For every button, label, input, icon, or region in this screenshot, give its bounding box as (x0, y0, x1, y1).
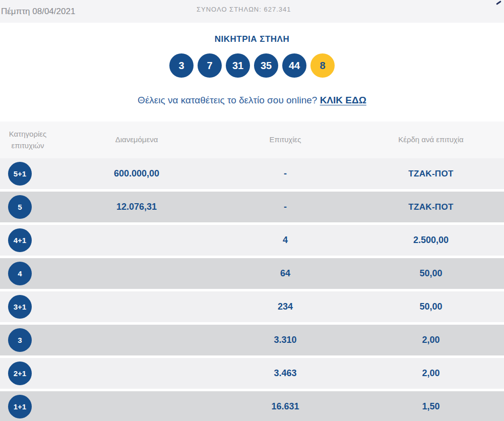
winning-column-title: ΝΙΚΗΤΡΙΑ ΣΤΗΛΗ (0, 34, 504, 44)
prize-cell: ΤΖΑΚ-ΠΟΤ (358, 202, 504, 212)
category-badge: 3 (8, 328, 32, 352)
winners-cell: 234 (213, 302, 358, 312)
prize-cell: 50,00 (358, 302, 504, 312)
category-badge: 1+1 (8, 395, 32, 418)
header-winners: Επιτυχίες (213, 134, 358, 146)
click-here-link[interactable]: ΚΛΙΚ ΕΔΩ (320, 95, 366, 105)
header-distributed: Διανεμόμενα (60, 134, 213, 146)
table-row: 5+1 600.000,00 - ΤΖΑΚ-ΠΟΤ (0, 158, 504, 189)
winners-cell: 3.463 (213, 368, 358, 379)
prize-cell: 1,50 (358, 401, 504, 412)
category-badge: 4+1 (8, 228, 32, 252)
header-categories: Κατηγορίες επιτυχιών (0, 129, 55, 151)
distributed-cell: 12.076,31 (60, 202, 213, 212)
draw-date: Πέμπτη 08/04/2021 (1, 7, 75, 17)
winners-cell: 3.310 (213, 335, 358, 345)
winners-cell: 64 (213, 268, 358, 279)
table-row: 3 3.310 2,00 (0, 325, 504, 355)
table-row: 1+1 16.631 1,50 (0, 391, 504, 421)
category-badge: 5 (8, 195, 32, 219)
table-row: 4+1 4 2.500,00 (0, 225, 504, 256)
table-row: 4 64 50,00 (0, 258, 504, 289)
table-header: Κατηγορίες επιτυχιών Διανεμόμενα Επιτυχί… (0, 122, 504, 158)
total-columns-label: ΣΥΝΟΛΟ ΣΤΗΛΩΝ: 627.341 (197, 6, 291, 13)
table-row: 3+1 234 50,00 (0, 291, 504, 322)
winners-cell: - (213, 168, 358, 179)
category-badge: 3+1 (8, 295, 32, 319)
winners-cell: - (213, 202, 358, 212)
table-row: 2+1 3.463 2,00 (0, 358, 504, 389)
prize-cell: 50,00 (358, 268, 504, 279)
online-cta: Θέλεις να καταθέτεις το δελτίο σου onlin… (0, 95, 504, 106)
joker-ball: 8 (310, 53, 335, 78)
category-badge: 2+1 (8, 362, 32, 385)
category-badge: 5+1 (8, 162, 32, 186)
cta-question: Θέλεις να καταθέτεις το δελτίο σου onlin… (138, 95, 320, 105)
winners-cell: 4 (213, 235, 358, 246)
number-ball: 7 (198, 53, 222, 78)
number-ball: 44 (282, 53, 306, 78)
prize-cell: 2.500,00 (358, 235, 504, 246)
number-ball: 3 (169, 53, 194, 78)
prize-cell: ΤΖΑΚ-ΠΟΤ (358, 169, 504, 179)
winners-cell: 16.631 (213, 401, 358, 412)
top-bar: Πέμπτη 08/04/2021 ΣΥΝΟΛΟ ΣΤΗΛΩΝ: 627.341 (0, 0, 504, 23)
results-table: Κατηγορίες επιτυχιών Διανεμόμενα Επιτυχί… (0, 122, 504, 421)
prize-cell: 2,00 (358, 368, 504, 379)
table-row: 5 12.076,31 - ΤΖΑΚ-ΠΟΤ (0, 192, 504, 222)
header-prize: Κέρδη ανά επιτυχία (358, 134, 504, 146)
distributed-cell: 600.000,00 (60, 168, 213, 179)
table-body: 5+1 600.000,00 - ΤΖΑΚ-ΠΟΤ 5 12.076,31 - … (0, 158, 504, 421)
category-badge: 4 (8, 262, 32, 285)
number-ball: 31 (226, 53, 250, 78)
prize-cell: 2,00 (358, 335, 504, 345)
number-ball: 35 (254, 53, 278, 78)
winning-numbers: 3 7 31 35 44 8 (0, 53, 504, 78)
pencil-icon (495, 2, 501, 8)
